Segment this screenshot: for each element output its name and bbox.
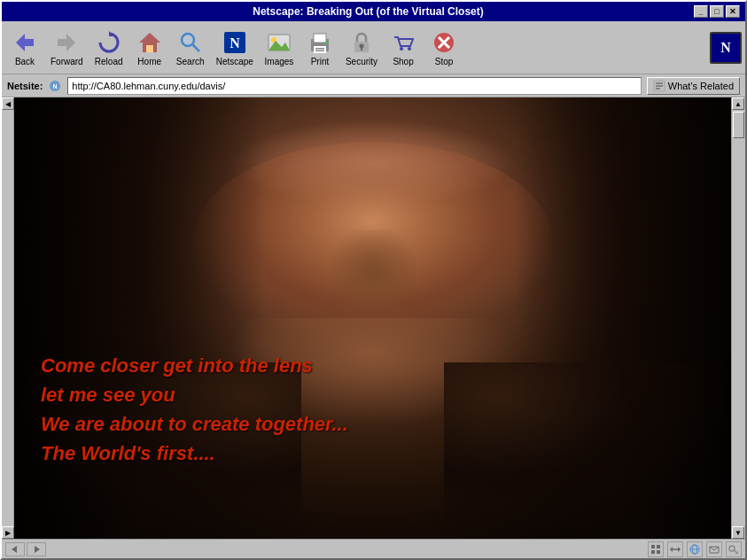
- key-icon: [728, 544, 739, 555]
- svg-line-6: [192, 44, 199, 51]
- svg-point-46: [729, 546, 735, 551]
- reload-button[interactable]: Reload: [89, 25, 128, 71]
- mail-icon: [709, 544, 720, 555]
- svg-marker-40: [678, 547, 681, 552]
- svg-rect-16: [315, 48, 324, 50]
- whats-related-icon: [653, 80, 665, 92]
- close-button[interactable]: ✕: [726, 5, 740, 18]
- netscape-icon: N: [221, 28, 249, 57]
- stop-label: Stop: [435, 57, 454, 66]
- images-icon: [265, 28, 293, 57]
- shop-icon: [389, 28, 417, 57]
- content-area: ◀ ▶ Come closer get into the lens let me…: [2, 97, 745, 539]
- maximize-button[interactable]: □: [710, 5, 724, 18]
- vignette: [14, 97, 731, 539]
- scroll-down-button[interactable]: ▼: [732, 526, 744, 539]
- svg-rect-38: [657, 550, 660, 554]
- reload-label: Reload: [95, 57, 123, 66]
- scroll-up-button[interactable]: ▲: [732, 97, 744, 110]
- svg-marker-41: [670, 547, 673, 552]
- scroll-track: [732, 110, 745, 526]
- svg-marker-33: [12, 546, 17, 553]
- security-label: Security: [346, 57, 377, 66]
- whats-related-button[interactable]: What's Related: [647, 77, 740, 95]
- images-button[interactable]: Images: [260, 25, 299, 71]
- toolbar: Back Forward Reload: [2, 21, 745, 74]
- search-button[interactable]: Search: [171, 25, 210, 71]
- address-input[interactable]: [67, 77, 641, 95]
- status-icons: [648, 541, 742, 557]
- svg-rect-17: [315, 51, 324, 52]
- svg-marker-34: [35, 546, 40, 553]
- svg-rect-21: [361, 47, 362, 51]
- status-grid-icon[interactable]: [648, 541, 664, 557]
- text-line-1: Come closer get into the lens: [41, 351, 348, 380]
- webpage-text-overlay: Come closer get into the lens let me see…: [41, 351, 348, 468]
- window-controls: _ □ ✕: [694, 5, 740, 18]
- netscape-label: Netscape: [216, 57, 253, 66]
- forward-icon: [52, 28, 81, 57]
- security-button[interactable]: Security: [341, 25, 382, 71]
- nav-left-icon: [10, 544, 20, 555]
- home-button[interactable]: Home: [130, 25, 169, 71]
- arrows-icon: [670, 544, 681, 555]
- whats-related-label: What's Related: [668, 81, 734, 91]
- globe-icon: [689, 544, 700, 555]
- grid-icon: [650, 544, 661, 555]
- svg-text:N: N: [53, 83, 58, 89]
- nav-right-icon: [31, 544, 42, 555]
- left-margin: ◀ ▶: [2, 97, 14, 539]
- netsite-icon: N: [48, 79, 62, 93]
- minimize-button[interactable]: _: [694, 5, 708, 18]
- status-left: [5, 542, 644, 556]
- forward-label: Forward: [51, 57, 83, 66]
- vertical-scrollbar: ▲ ▼: [731, 97, 745, 539]
- browser-window: Netscape: Breaking Out (of the Virtual C…: [0, 0, 747, 560]
- text-line-3: We are about to create together...: [41, 409, 348, 439]
- scroll-left-button[interactable]: ◀: [2, 97, 14, 110]
- search-icon: [176, 28, 205, 57]
- status-globe-icon[interactable]: [687, 541, 703, 557]
- back-label: Back: [15, 57, 35, 66]
- scroll-right-button[interactable]: ▶: [2, 526, 14, 539]
- shop-button[interactable]: Shop: [384, 25, 423, 71]
- address-label: Netsite:: [7, 81, 43, 91]
- stop-button[interactable]: Stop: [424, 25, 463, 71]
- status-nav-left[interactable]: [5, 542, 25, 556]
- netscape-button[interactable]: N Netscape: [212, 25, 258, 71]
- status-arrows-icon[interactable]: [667, 541, 683, 557]
- reload-icon: [95, 28, 123, 57]
- print-icon: [306, 28, 334, 57]
- netscape-logo: N: [710, 32, 742, 64]
- svg-point-18: [324, 42, 327, 44]
- svg-rect-4: [146, 45, 153, 52]
- svg-rect-14: [314, 34, 326, 43]
- text-line-4: The World's first....: [41, 439, 348, 468]
- stop-icon: [430, 28, 458, 57]
- forward-button[interactable]: Forward: [46, 25, 88, 71]
- text-line-2: let me see you: [41, 380, 348, 409]
- svg-point-23: [408, 47, 411, 51]
- shop-label: Shop: [393, 57, 413, 66]
- print-button[interactable]: Print: [300, 25, 339, 71]
- home-label: Home: [137, 57, 161, 66]
- svg-rect-36: [657, 545, 660, 548]
- title-bar: Netscape: Breaking Out (of the Virtual C…: [2, 2, 745, 21]
- security-icon: [347, 28, 376, 57]
- svg-rect-37: [651, 550, 655, 554]
- svg-marker-0: [16, 34, 34, 51]
- status-bar: [2, 539, 745, 558]
- svg-text:N: N: [230, 35, 240, 51]
- status-mail-icon[interactable]: [706, 541, 722, 557]
- svg-point-7: [183, 35, 192, 44]
- back-button[interactable]: Back: [5, 25, 44, 71]
- search-label: Search: [176, 57, 205, 66]
- window-title: Netscape: Breaking Out (of the Virtual C…: [43, 5, 694, 18]
- svg-point-22: [400, 47, 403, 51]
- images-label: Images: [265, 57, 294, 66]
- status-nav-right[interactable]: [27, 542, 46, 556]
- webpage-content: Come closer get into the lens let me see…: [14, 97, 731, 539]
- status-key-icon[interactable]: [726, 541, 742, 557]
- home-icon: [136, 28, 164, 57]
- scroll-thumb[interactable]: [733, 112, 744, 138]
